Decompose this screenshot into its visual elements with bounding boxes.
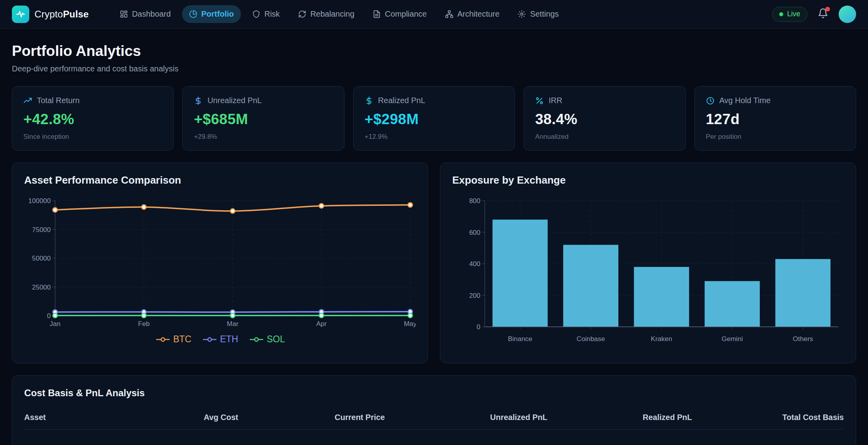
svg-text:100000: 100000 — [28, 197, 51, 205]
asset-performance-card: Asset Performance Comparison 02500050000… — [12, 163, 428, 363]
svg-text:800: 800 — [469, 197, 480, 205]
kpi-subtext: Since inception — [23, 133, 162, 141]
legend-item-eth[interactable]: ETH — [202, 334, 238, 345]
svg-text:Apr: Apr — [316, 320, 327, 328]
svg-text:Feb: Feb — [138, 320, 149, 328]
dollar-icon — [194, 96, 203, 105]
hierarchy-icon — [445, 10, 453, 18]
asset-performance-line-chart[interactable]: 0250005000075000100000JanFebMarAprMay — [24, 196, 416, 329]
kpi-value: 127d — [706, 111, 845, 128]
kpi-row: Total Return +42.8% Since inception Unre… — [12, 86, 856, 151]
notification-dot — [825, 7, 830, 12]
kpi-subtext: Per position — [706, 133, 845, 141]
svg-text:0: 0 — [477, 323, 480, 331]
svg-text:600: 600 — [469, 229, 480, 236]
main-nav: Dashboard Portfolio Risk Rebalanc — [113, 5, 566, 23]
svg-text:Mar: Mar — [227, 320, 239, 328]
svg-text:25000: 25000 — [32, 284, 51, 291]
document-icon — [373, 10, 381, 18]
kpi-card-realized-pnl: Realized PnL +$298M +12.9% — [353, 86, 515, 151]
column-header: Total Cost Basis — [692, 413, 844, 422]
kpi-label: Realized PnL — [378, 96, 425, 105]
table-row: BTC $82,450 $96,420 +16.9% +$2.8M $3.7B — [24, 430, 844, 445]
kpi-subtext: +29.8% — [194, 133, 333, 141]
svg-text:400: 400 — [469, 260, 480, 268]
svg-text:Others: Others — [793, 335, 813, 343]
portfolio-analytics-page: Portfolio Analytics Deep-dive performanc… — [0, 43, 868, 445]
nav-item-portfolio[interactable]: Portfolio — [182, 5, 241, 23]
kpi-subtext: Annualized — [535, 133, 674, 141]
svg-text:75000: 75000 — [32, 226, 51, 234]
svg-text:50000: 50000 — [32, 255, 51, 262]
kpi-subtext: +12.9% — [365, 133, 503, 141]
column-header: Realized PnL — [547, 413, 692, 422]
clock-icon — [706, 96, 715, 105]
svg-text:Kraken: Kraken — [651, 335, 672, 343]
cost-basis-table-card: Cost Basis & PnL Analysis Asset Avg Cost… — [12, 375, 856, 445]
bell-icon — [818, 13, 828, 20]
legend-line-icon — [249, 336, 264, 343]
chart-title: Exposure by Exchange — [452, 174, 844, 186]
exposure-by-exchange-card: Exposure by Exchange 0200400600800Binanc… — [440, 163, 856, 363]
column-header: Unrealized PnL — [385, 413, 547, 422]
table-header-row: Asset Avg Cost Current Price Unrealized … — [24, 413, 844, 430]
live-badge[interactable]: Live — [772, 7, 807, 22]
pulse-logo-icon — [12, 6, 29, 23]
svg-text:Binance: Binance — [508, 335, 532, 343]
legend-line-icon — [202, 336, 218, 343]
legend-item-sol[interactable]: SOL — [249, 334, 285, 345]
svg-text:May: May — [404, 320, 416, 328]
grid-icon — [120, 10, 128, 18]
column-header: Avg Cost — [143, 413, 238, 422]
svg-text:200: 200 — [469, 292, 480, 299]
kpi-card-avg-hold-time: Avg Hold Time 127d Per position — [694, 86, 856, 151]
percent-icon — [535, 96, 544, 105]
legend-item-btc[interactable]: BTC — [155, 334, 191, 345]
pie-chart-icon — [189, 10, 197, 18]
page-title: Portfolio Analytics — [12, 43, 856, 59]
nav-item-rebalancing[interactable]: Rebalancing — [291, 5, 361, 23]
kpi-label: Total Return — [37, 96, 80, 105]
kpi-label: Unrealized PnL — [207, 96, 262, 105]
kpi-label: IRR — [549, 96, 562, 105]
top-nav: CryptoPulse Dashboard Portfolio — [0, 0, 868, 29]
header-actions: Live — [772, 6, 856, 23]
kpi-card-total-return: Total Return +42.8% Since inception — [12, 86, 174, 151]
column-header: Current Price — [238, 413, 385, 422]
kpi-card-irr: IRR 38.4% Annualized — [524, 86, 685, 151]
chart-title: Asset Performance Comparison — [24, 174, 416, 186]
brand[interactable]: CryptoPulse — [12, 6, 89, 23]
charts-row: Asset Performance Comparison 02500050000… — [12, 163, 856, 363]
nav-item-architecture[interactable]: Architecture — [438, 5, 507, 23]
dollar-icon — [365, 96, 373, 105]
column-header: Asset — [24, 413, 143, 422]
nav-item-settings[interactable]: Settings — [510, 5, 566, 23]
exposure-bar-chart[interactable]: 0200400600800BinanceCoinbaseKrakenGemini… — [452, 196, 844, 346]
shield-icon — [252, 10, 260, 18]
gear-icon — [518, 10, 526, 18]
nav-item-dashboard[interactable]: Dashboard — [113, 5, 178, 23]
svg-text:0: 0 — [47, 312, 51, 320]
chart-legend: BTC ETH SOL — [24, 334, 416, 345]
kpi-card-unrealized-pnl: Unrealized PnL +$685M +29.8% — [182, 86, 344, 151]
table-title: Cost Basis & PnL Analysis — [24, 387, 844, 399]
kpi-label: Avg Hold Time — [719, 96, 771, 105]
user-avatar[interactable] — [839, 6, 856, 23]
svg-text:Gemini: Gemini — [721, 335, 743, 343]
nav-item-risk[interactable]: Risk — [245, 5, 287, 23]
kpi-value: 38.4% — [535, 111, 674, 128]
kpi-value: +42.8% — [23, 111, 162, 128]
svg-text:Jan: Jan — [50, 320, 60, 328]
kpi-value: +$298M — [365, 111, 503, 128]
trending-up-icon — [23, 96, 32, 105]
refresh-icon — [298, 10, 306, 18]
live-dot-icon — [779, 12, 783, 16]
notifications-button[interactable] — [818, 8, 828, 20]
kpi-value: +$685M — [194, 111, 333, 128]
brand-name: CryptoPulse — [34, 9, 89, 20]
legend-line-icon — [155, 336, 171, 343]
svg-text:Coinbase: Coinbase — [577, 335, 605, 343]
page-subtitle: Deep-dive performance and cost basis ana… — [12, 64, 856, 73]
nav-item-compliance[interactable]: Compliance — [365, 5, 434, 23]
